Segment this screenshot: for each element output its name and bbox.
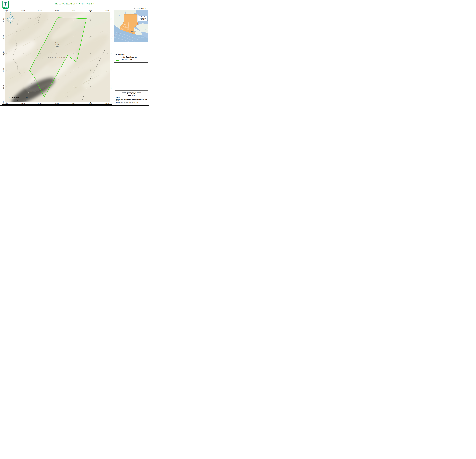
grid-tick [110,87,110,87]
compass-e: E [16,18,17,19]
grid-label-x-bottom: 355500 [72,103,75,104]
grid-tick [110,37,110,37]
grid-tick [6,11,7,12]
sheet-number: 721 [115,35,116,37]
grid-label-y-right: 1640500 [110,51,111,56]
reserve-name-line: Manila [55,47,59,49]
grid-label-x-bottom: 355000 [55,103,59,104]
grid-label-y-left: 1639000 [3,101,4,105]
grid-label-y-right: 1639500 [110,85,111,89]
legend-title: Simbología [115,53,148,55]
svg-text:0.5: 0.5 [25,97,27,99]
grid-label-x-bottom: 353500 [5,103,8,104]
source-line: Base de datos cartografía básica IGN 201… [116,102,147,104]
guatemala-city-dot [130,31,130,32]
country-label: Guatemala [121,28,132,30]
grid-label-y-left: 1641500 [3,18,4,22]
grid-tick [6,102,7,103]
grid-tick [4,20,5,20]
grid-tick [90,11,91,12]
grid-tick [4,103,5,104]
grid-label-x-bottom: 356500 [105,103,109,104]
grid-label-x-bottom: 354000 [22,103,25,104]
main-map: ReservaNaturalPrivadaManila SAN MARCOS N… [5,12,110,102]
grid-tick [4,87,5,87]
grid-tick [4,37,5,37]
grid-tick [90,102,91,103]
san-salvador-label: San Salvador [138,36,145,38]
grid-tick [110,103,110,104]
grid-label-y-right: 1641000 [110,35,111,39]
legend-item-label: Área protegida [120,59,132,61]
guatemala-city-label: Guatemala [130,31,136,32]
legend-item: Área protegida [116,59,148,61]
legend-item-label: Límite Departamental [120,56,137,58]
main-map-frame: ReservaNaturalPrivadaManila SAN MARCOS N… [2,10,112,105]
grid-tick [107,11,107,12]
grid-tick [23,11,23,12]
svg-text:Kilómetros: Kilómetros [27,97,34,99]
legend-items: Límite DepartamentalÁrea protegida [114,56,148,61]
document-id: DAGeos-458-2026-BS [133,8,146,9]
source-line: Base de datos de la Dirección Análisis G… [116,98,147,102]
fuente-label: Fuente: [116,97,147,98]
projection-line: Sistema de coordenadas proyectadas [116,91,147,93]
grid-label-x-bottom: 356000 [89,103,92,104]
grid-label-y-left: 1640000 [3,68,4,72]
map-canvas: ReservaNaturalPrivadaManila SAN MARCOS N… [5,12,110,102]
reserve-name-line: Natural [55,43,59,45]
grid-label-y-left: 1640500 [3,51,4,56]
san-salvador-dot [137,37,138,37]
svg-text:0.25: 0.25 [16,97,19,99]
grid-tick [23,102,23,103]
grid-label-y-left: 1641000 [3,35,4,39]
reserve-name-line: Privada [55,45,59,47]
compass-o: O [5,18,6,19]
honduras-label: H o [145,29,148,31]
compass-n: N [10,12,11,14]
legend: Simbología Límite DepartamentalÁrea prot… [114,52,148,63]
page-title: Reserva Natural Privada Manila [0,2,149,5]
projection-line: Proyección GTM [116,93,147,95]
grid-tick [110,53,110,54]
grid-label-y-right: 1639000 [110,101,111,105]
grid-tick [74,102,74,103]
territorial-dispute-callout: Diferendo territorial no resuelto [138,16,147,21]
belize-label: B [137,17,138,18]
grid-tick [4,53,5,54]
projection-line: Datum WGS84 [116,95,147,97]
protected-area-swatch [116,59,119,61]
grid-label-y-right: 1641500 [110,18,111,22]
grid-tick [110,20,110,20]
svg-text:0: 0 [9,97,10,99]
svg-text:0.13: 0.13 [12,97,15,99]
map-document-page: CONAP Reserva Natural Privada Manila DAG… [0,0,149,106]
inset-locator-map: Guatemala Guatemala San Salvador H o Hon… [114,10,148,42]
department-boundary-swatch [116,56,119,58]
grid-label-y-right: 1640000 [110,68,111,72]
conap-logo-text: CONAP [3,7,8,8]
grid-label-y-left: 1639500 [3,85,4,89]
grid-label-x-bottom: 354500 [38,103,42,104]
department-label: SAN MARCOS [48,57,67,58]
compass-s: S [10,23,11,24]
legend-item: Límite Departamental [116,56,148,58]
grid-tick [107,102,107,103]
reserve-name-line: Reserva [55,42,59,43]
grid-tick [74,11,74,12]
source-info-box: Sistema de coordenadas proyectadas Proye… [115,90,148,104]
